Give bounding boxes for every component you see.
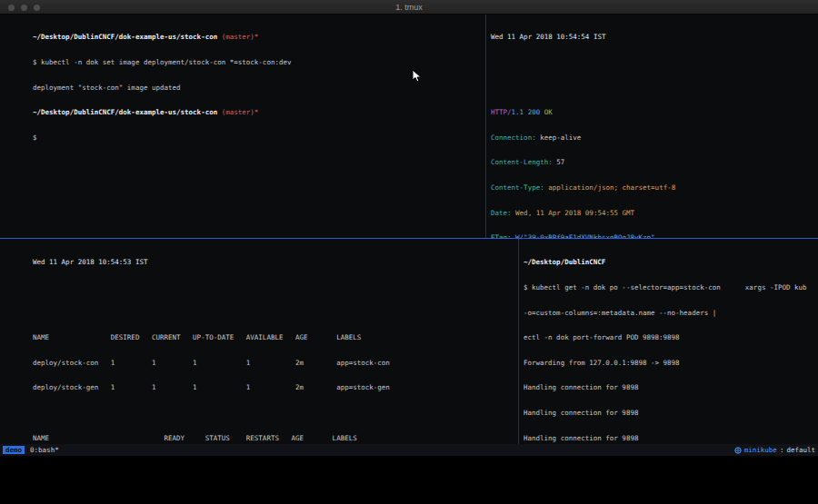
http-header-value: 57 xyxy=(553,158,565,166)
terminal-output: Forwarding from 127.0.0.1:9898 -> 9898 xyxy=(524,359,816,367)
titlebar[interactable]: 1. tmux xyxy=(0,0,818,15)
timestamp: Wed 11 Apr 2018 10:54:53 IST xyxy=(33,258,514,266)
blank-line xyxy=(33,283,514,292)
http-proto: HTTP/ xyxy=(491,108,512,116)
status-right: minikube:default xyxy=(734,446,815,454)
table-row: deploy/stock-gen 1 1 1 1 2m app=stock-ge… xyxy=(33,383,514,391)
http-header: Content-Length: 57 xyxy=(491,158,814,166)
http-header-name: Content-Length: xyxy=(491,158,553,166)
http-header-value: application/json; charset=utf-8 xyxy=(544,183,676,192)
terminal-line: ~/Desktop/DublinCNCF/dok-example-us/stoc… xyxy=(33,108,482,116)
terminal-line: ~/Desktop/DublinCNCF/dok-example-us/stoc… xyxy=(33,33,482,41)
pane-divider-vertical-top[interactable] xyxy=(485,15,486,238)
http-status-line: HTTP/1.1 200 OK xyxy=(491,108,814,116)
http-header-value: keep-alive xyxy=(536,133,582,142)
terminal-prompt: $ xyxy=(33,133,482,142)
blank-line xyxy=(491,84,814,92)
window-controls xyxy=(8,5,40,11)
timestamp: Wed 11 Apr 2018 10:54:54 IST xyxy=(491,33,814,41)
close-window-button[interactable] xyxy=(8,5,15,11)
pane-shell-kubectl-set-image[interactable]: ~/Desktop/DublinCNCF/dok-example-us/stoc… xyxy=(0,15,485,238)
terminal-command: $ kubectl -n dok set image deployment/st… xyxy=(33,58,482,66)
kubernetes-icon xyxy=(734,447,742,454)
http-header-name: Content-Type: xyxy=(491,183,544,192)
kube-context: minikube xyxy=(744,446,777,454)
mouse-cursor xyxy=(412,69,423,84)
zoom-window-button[interactable] xyxy=(34,5,40,11)
git-branch: (master)* xyxy=(217,108,258,116)
terminal-output: deployment "stock-con" image updated xyxy=(33,84,482,92)
terminal-output: Handling connection for 9898 xyxy=(524,383,816,391)
prompt-path: ~/Desktop/DublinCNCF xyxy=(524,258,816,266)
http-reason: OK xyxy=(540,108,553,116)
blank-line xyxy=(33,309,514,317)
pane-divider-horizontal-active[interactable] xyxy=(0,238,818,239)
http-header-name: Connection: xyxy=(491,133,536,142)
blank-line xyxy=(33,409,514,417)
http-header: Content-Type: application/json; charset=… xyxy=(491,183,814,192)
pane-http-response-watch[interactable]: Wed 11 Apr 2018 10:54:54 IST HTTP/1.1 20… xyxy=(487,15,818,238)
window-title: 1. tmux xyxy=(395,3,423,12)
http-header-value: Wed, 11 Apr 2018 09:54:55 GMT xyxy=(512,209,634,217)
prompt-path: ~/Desktop/DublinCNCF/dok-example-us/stoc… xyxy=(33,33,217,41)
blank-line xyxy=(491,58,814,66)
kube-namespace: default xyxy=(786,446,815,454)
http-version-code: 1.1 200 xyxy=(512,108,541,116)
terminal-output: Handling connection for 9898 xyxy=(524,434,816,442)
pane-kubectl-get-watch[interactable]: Wed 11 Apr 2018 10:54:53 IST NAME DESIRE… xyxy=(0,239,517,444)
terminal-command: -o=custom-columns=:metadata.name --no-he… xyxy=(524,309,816,317)
git-branch: (master)* xyxy=(217,33,258,41)
status-left: demo 0:bash* xyxy=(3,446,59,454)
kube-separator: : xyxy=(780,446,784,454)
pane-divider-vertical-bottom[interactable] xyxy=(518,239,519,444)
terminal-command: $ kubectl get -n dok po --selector=app=s… xyxy=(524,283,816,292)
http-header: Connection: keep-alive xyxy=(491,133,814,142)
terminal-output: Handling connection for 9898 xyxy=(524,409,816,417)
http-header-name: Date: xyxy=(491,209,512,217)
terminal-window: 1. tmux ~/Desktop/DublinCNCF/dok-example… xyxy=(0,0,818,456)
minimize-window-button[interactable] xyxy=(21,5,27,11)
table-row: deploy/stock-con 1 1 1 1 2m app=stock-co… xyxy=(33,359,514,367)
pane-port-forward[interactable]: ~/Desktop/DublinCNCF $ kubectl get -n do… xyxy=(521,239,818,444)
prompt-path: ~/Desktop/DublinCNCF/dok-example-us/stoc… xyxy=(33,108,217,116)
table-header-row: NAME READY STATUS RESTARTS AGE LABELS xyxy=(33,434,514,442)
tmux-window-item[interactable]: 0:bash* xyxy=(30,446,59,454)
terminal-command: ectl -n dok port-forward POD 9898:9898 xyxy=(524,333,816,341)
tmux-status-bar: demo 0:bash* minikube:default xyxy=(0,444,818,456)
desktop: 1. tmux ~/Desktop/DublinCNCF/dok-example… xyxy=(0,0,818,504)
http-header: Date: Wed, 11 Apr 2018 09:54:55 GMT xyxy=(491,209,814,217)
tmux-session-name[interactable]: demo xyxy=(3,446,25,454)
table-header-row: NAME DESIRED CURRENT UP-TO-DATE AVAILABL… xyxy=(33,333,514,341)
